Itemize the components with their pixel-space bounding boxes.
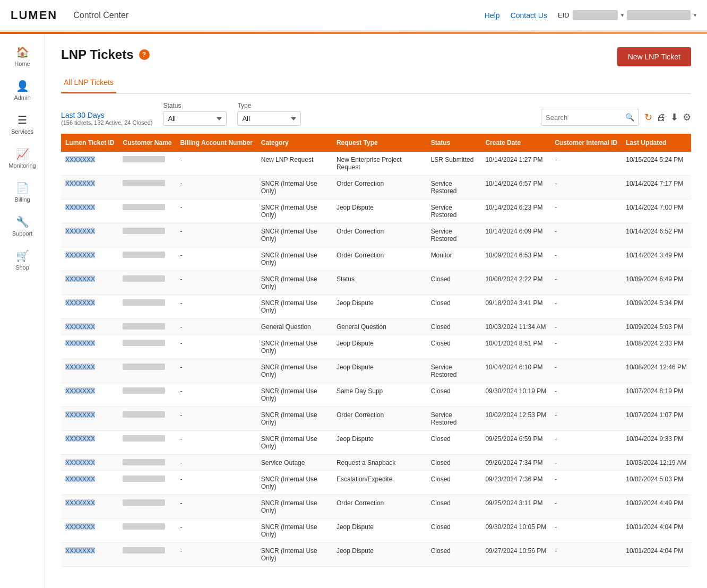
sidebar-item-support[interactable]: 🔧 Support bbox=[0, 209, 45, 243]
sidebar-item-admin[interactable]: 👤 Admin bbox=[0, 73, 45, 107]
app-title: Control Center bbox=[73, 11, 485, 20]
cell-ticket-id[interactable]: XXXXXXX bbox=[61, 495, 118, 519]
cell-request-type: Order Correction bbox=[332, 407, 427, 431]
cell-category: SNCR (Internal Use Only) bbox=[257, 495, 332, 519]
new-lnp-ticket-button[interactable]: New LNP Ticket bbox=[617, 47, 691, 66]
cell-billing: - bbox=[176, 200, 257, 223]
cell-category: SNCR (Internal Use Only) bbox=[257, 431, 332, 455]
cell-request-type: Order Correction bbox=[332, 223, 427, 247]
support-icon: 🔧 bbox=[16, 215, 29, 228]
table-header-row: Lumen Ticket ID Customer Name Billing Ac… bbox=[61, 134, 691, 152]
table-row: XXXXXXX XXXXXXX - SNCR (Internal Use Onl… bbox=[61, 176, 691, 200]
cell-customer-name: XXXXXXX bbox=[118, 383, 176, 407]
table-row: XXXXXXX XXXXXXX - SNCR (Internal Use Onl… bbox=[61, 223, 691, 247]
table-row: XXXXXXX XXXXXXX - SNCR (Internal Use Onl… bbox=[61, 383, 691, 407]
cell-category: General Question bbox=[257, 319, 332, 335]
cell-ticket-id[interactable]: XXXXXXX bbox=[61, 359, 118, 383]
cell-customer-internal-id: - bbox=[550, 319, 622, 335]
sidebar-item-billing[interactable]: 📄 Billing bbox=[0, 175, 45, 209]
help-link[interactable]: Help bbox=[485, 11, 500, 20]
cell-ticket-id[interactable]: XXXXXXX bbox=[61, 247, 118, 271]
download-icon[interactable]: ⬇ bbox=[670, 111, 678, 123]
cell-last-updated: 10/14/2024 7:17 PM bbox=[622, 176, 691, 200]
cell-customer-internal-id: - bbox=[550, 335, 622, 359]
sidebar-label-admin: Admin bbox=[14, 94, 30, 101]
cell-last-updated: 10/15/2024 5:24 PM bbox=[622, 152, 691, 176]
cell-customer-internal-id: - bbox=[550, 295, 622, 319]
cell-customer-internal-id: - bbox=[550, 471, 622, 495]
cell-customer-name: XXXXXXX bbox=[118, 176, 176, 200]
cell-ticket-id[interactable]: XXXXXXX bbox=[61, 295, 118, 319]
page-title-section: LNP Tickets ? bbox=[61, 47, 617, 62]
table-row: XXXXXXX XXXXXXX - SNCR (Internal Use Onl… bbox=[61, 295, 691, 319]
cell-ticket-id[interactable]: XXXXXXX bbox=[61, 519, 118, 543]
type-label: Type bbox=[237, 102, 301, 109]
settings-icon[interactable]: ⚙ bbox=[683, 111, 691, 123]
cell-last-updated: 10/07/2024 1:07 PM bbox=[622, 407, 691, 431]
cell-category: SNCR (Internal Use Only) bbox=[257, 247, 332, 271]
cell-ticket-id[interactable]: XXXXXXX bbox=[61, 431, 118, 455]
cell-customer-name: XXXXXXX bbox=[118, 271, 176, 295]
cell-billing: - bbox=[176, 431, 257, 455]
cell-status: Service Restored bbox=[427, 176, 481, 200]
cell-status: Service Restored bbox=[427, 407, 481, 431]
sidebar-label-support: Support bbox=[12, 230, 33, 237]
cell-ticket-id[interactable]: XXXXXXX bbox=[61, 407, 118, 431]
cell-ticket-id[interactable]: XXXXXXX bbox=[61, 335, 118, 359]
cell-ticket-id[interactable]: XXXXXXX bbox=[61, 319, 118, 335]
search-input[interactable] bbox=[546, 114, 625, 122]
type-filter-group: Type All bbox=[237, 102, 301, 126]
cell-create-date: 10/14/2024 6:09 PM bbox=[481, 223, 550, 247]
help-icon[interactable]: ? bbox=[139, 49, 150, 60]
cell-category: New LNP Request bbox=[257, 152, 332, 176]
cell-request-type: Status bbox=[332, 271, 427, 295]
cell-request-type: Jeop Dispute bbox=[332, 359, 427, 383]
cell-status: Service Restored bbox=[427, 359, 481, 383]
cell-billing: - bbox=[176, 176, 257, 200]
cell-customer-name: XXXXXXX bbox=[118, 359, 176, 383]
cell-ticket-id[interactable]: XXXXXXX bbox=[61, 223, 118, 247]
cell-status: Service Restored bbox=[427, 223, 481, 247]
cell-category: SNCR (Internal Use Only) bbox=[257, 176, 332, 200]
status-select[interactable]: All bbox=[163, 111, 227, 126]
cell-ticket-id[interactable]: XXXXXXX bbox=[61, 471, 118, 495]
sidebar-item-monitoring[interactable]: 📈 Monitoring bbox=[0, 141, 45, 175]
cell-create-date: 09/27/2024 10:56 PM bbox=[481, 543, 550, 567]
cell-customer-internal-id: - bbox=[550, 455, 622, 471]
eid-dropdown-arrow[interactable]: ▾ bbox=[621, 12, 624, 18]
print-icon[interactable]: 🖨 bbox=[657, 112, 666, 123]
cell-ticket-id[interactable]: XXXXXXX bbox=[61, 383, 118, 407]
search-and-icons: 🔍 ↻ 🖨 ⬇ ⚙ bbox=[541, 109, 691, 126]
cell-ticket-id[interactable]: XXXXXXX bbox=[61, 455, 118, 471]
sidebar-item-services[interactable]: ☰ Services bbox=[0, 107, 45, 141]
cell-ticket-id[interactable]: XXXXXXX bbox=[61, 176, 118, 200]
user-dropdown-arrow[interactable]: ▾ bbox=[694, 12, 696, 18]
sidebar-item-home[interactable]: 🏠 Home bbox=[0, 39, 45, 73]
table-row: XXXXXXX XXXXXXX - SNCR (Internal Use Onl… bbox=[61, 471, 691, 495]
cell-customer-name: XXXXXXX bbox=[118, 152, 176, 176]
cell-create-date: 09/30/2024 10:05 PM bbox=[481, 519, 550, 543]
cell-billing: - bbox=[176, 407, 257, 431]
cell-billing: - bbox=[176, 295, 257, 319]
cell-last-updated: 10/14/2024 6:52 PM bbox=[622, 223, 691, 247]
cell-ticket-id[interactable]: XXXXXXX bbox=[61, 152, 118, 176]
cell-last-updated: 10/09/2024 5:03 PM bbox=[622, 319, 691, 335]
cell-customer-name: XXXXXXX bbox=[118, 295, 176, 319]
cell-ticket-id[interactable]: XXXXXXX bbox=[61, 543, 118, 567]
col-status: Status bbox=[427, 134, 481, 152]
main-layout: 🏠 Home 👤 Admin ☰ Services 📈 Monitoring 📄… bbox=[0, 34, 707, 588]
cell-request-type: New Enterprise Project Request bbox=[332, 152, 427, 176]
cell-ticket-id[interactable]: XXXXXXX bbox=[61, 271, 118, 295]
table-row: XXXXXXX XXXXXXX - SNCR (Internal Use Onl… bbox=[61, 359, 691, 383]
cell-category: SNCR (Internal Use Only) bbox=[257, 383, 332, 407]
sidebar-item-shop[interactable]: 🛒 Shop bbox=[0, 243, 45, 277]
contact-us-link[interactable]: Contact Us bbox=[511, 11, 547, 20]
cell-ticket-id[interactable]: XXXXXXX bbox=[61, 200, 118, 223]
type-select[interactable]: All bbox=[237, 111, 301, 126]
cell-billing: - bbox=[176, 335, 257, 359]
refresh-icon[interactable]: ↻ bbox=[644, 111, 652, 123]
title-row: New LNP Ticket LNP Tickets ? bbox=[61, 47, 691, 73]
tab-all-lnp-tickets[interactable]: All LNP Tickets bbox=[61, 73, 116, 93]
cell-last-updated: 10/01/2024 4:04 PM bbox=[622, 543, 691, 567]
date-range[interactable]: Last 30 Days bbox=[61, 111, 152, 119]
